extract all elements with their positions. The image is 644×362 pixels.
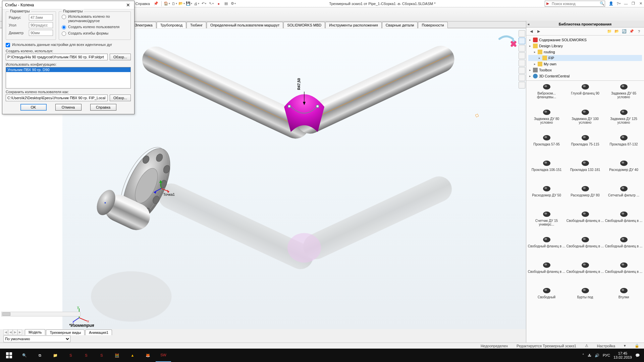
taskpane-file-explorer-icon[interactable] [519,45,525,52]
library-item[interactable]: Свободный фланец в ... [566,236,604,260]
new-icon[interactable]: 🗋 [171,1,177,7]
radio-user-elbow[interactable] [62,25,66,29]
taskpane-design-library-icon[interactable] [519,38,525,44]
lib-newfolder-icon[interactable]: 📂 [614,28,620,35]
library-item[interactable]: Прокладка 87-132 [605,134,643,159]
search-icon[interactable]: 🔍 [600,1,604,7]
config-dropdown[interactable]: По умолчанию [3,336,70,342]
help-button[interactable]: Справка [90,104,116,111]
rebuild-icon[interactable]: ● [216,1,222,7]
library-item[interactable]: Свободный фланец в ... [605,261,643,286]
tab-piping[interactable]: Трубопровод [157,22,186,28]
tab-mbd[interactable]: SOLIDWORKS MBD [283,22,325,28]
undo-icon[interactable]: ↶ [201,1,207,7]
tab-layout-tools[interactable]: Инструменты расположения [325,22,381,28]
print-icon[interactable]: 🖨 [194,1,200,7]
start-button[interactable] [1,349,17,362]
user-icon[interactable]: 👤 [608,1,614,7]
diameter-input[interactable] [29,30,53,36]
status-lock-icon[interactable]: 🔒 [633,344,641,348]
ok-button[interactable]: OK [20,104,47,111]
taskpane-extra-icon[interactable] [519,82,525,88]
config-listbox[interactable]: Угольник ПВХ 90 гр. D90 [6,67,131,88]
library-item[interactable]: Задвижка ДУ 80 условно [528,108,566,133]
library-item[interactable]: Свободный фланец в ... [566,210,604,235]
solidworks-taskbar-icon[interactable]: SW [156,349,171,362]
save-path-input[interactable] [6,95,108,101]
library-item[interactable]: Втулки [605,287,643,311]
tab-model[interactable]: Модель [25,329,45,335]
pin-icon[interactable]: 📌 [153,1,159,7]
taskpane-home-icon[interactable] [519,30,525,37]
tray-volume-icon[interactable]: 🔊 [595,353,599,358]
check-apply-all[interactable] [6,43,10,47]
app-icon-2[interactable]: S [78,349,94,362]
library-item[interactable]: Свободный [528,287,566,311]
tab-electrical[interactable]: Электрика [131,22,156,28]
lib-back-icon[interactable]: ◀ [528,28,534,35]
lib-pin-icon[interactable]: 📌 [629,28,635,35]
tab-user-route[interactable]: Определенный пользователем маршрут [207,22,283,28]
feature-tree-hscroll[interactable] [1,312,80,316]
radius-input[interactable] [29,14,53,20]
search-taskbar-icon[interactable]: 🔍 [17,349,32,362]
library-item[interactable]: Расходомер ДУ 80 [566,185,604,209]
lib-fwd-icon[interactable]: ▶ [536,28,542,35]
source-path-input[interactable] [6,54,108,60]
options-icon[interactable]: ▤ [223,1,229,7]
tray-chevron-icon[interactable]: ˄ [582,353,584,358]
tray-lang[interactable]: РУС [603,353,610,357]
tab-animation[interactable]: Анимация1 [85,329,112,335]
library-item[interactable]: Задвижка ДУ 125 условно [605,108,643,133]
status-dropdown-icon[interactable]: ▾ [622,344,628,348]
app-icon-4[interactable]: ▲ [125,349,140,362]
library-item[interactable]: Глухой фланец 90 [566,83,604,108]
library-item[interactable]: Свободный фланец в ... [566,261,604,286]
task-view-icon[interactable]: ⧉ [32,349,48,362]
lib-add-icon[interactable]: 📁 [606,28,612,35]
radio-default-elbow[interactable] [62,15,66,19]
status-custom[interactable]: Настройка [595,344,617,348]
lib-help-icon[interactable]: ? [636,28,642,35]
library-item[interactable]: Прокладка 132-181 [566,159,604,184]
tab-tubing[interactable]: Тюбинг [186,22,206,28]
config-item[interactable]: Угольник ПВХ 90 гр. D90 [6,67,130,72]
tab-weldments[interactable]: Сварные детали [382,22,418,28]
library-item[interactable]: Задвижка ДУ 100 условно [566,108,604,133]
library-item[interactable]: Прокладка 57-95 [528,134,566,159]
tray-network-icon[interactable]: 🖧 [588,353,591,357]
restore-icon[interactable]: ❐ [630,1,636,7]
library-item[interactable]: Прокладка 106-151 [528,159,566,184]
app-icon-3[interactable]: S [94,349,109,362]
library-item[interactable]: Свободный фланец в ... [528,261,566,286]
tab-3dviews[interactable]: Трехмерные виды [46,329,85,335]
library-item[interactable]: Свободный фланец в ... [605,236,643,260]
help-icon[interactable]: ? [615,1,622,7]
library-item[interactable]: Задвижка ДУ 65 условно [605,83,643,108]
library-item[interactable]: Прокладка 75-115 [566,134,604,159]
taskpane-custom-props-icon[interactable] [519,67,525,74]
tray-clock[interactable]: 17:4513.02.2019 [613,351,632,359]
lib-refresh-icon[interactable]: 🔄 [621,28,627,35]
library-items-grid[interactable]: Виброком... фланцевы...Глухой фланец 90З… [526,81,644,343]
firefox-icon[interactable]: 🦊 [140,349,156,362]
menu-help[interactable]: Справка [133,1,152,6]
save-icon[interactable]: 💾 [186,1,192,7]
minimize-icon[interactable]: — [623,1,629,7]
library-item[interactable]: Бурты под [566,287,604,311]
browse-source-button[interactable]: Обзор... [110,54,131,60]
browse-save-button[interactable]: Обзор... [110,95,131,101]
taskpane-forum-icon[interactable] [519,74,525,81]
library-item[interactable]: Счетчик ДУ 15 универс... [528,210,566,235]
library-item[interactable]: Свободный фланец в ... [605,210,643,235]
status-warning-icon[interactable]: ⚠ [583,344,590,348]
angle-input[interactable] [29,22,53,28]
radio-form-bends[interactable] [62,32,66,36]
taskpane-view-palette-icon[interactable] [519,52,525,59]
app-icon-1[interactable]: S [63,349,78,362]
taskpane-appearances-icon[interactable] [519,60,525,66]
collapse-panel-icon[interactable]: « [528,22,530,26]
tab-surfaces[interactable]: Поверхности [418,22,447,28]
command-search[interactable]: ▶ 🔍 [545,1,605,7]
tab-nav[interactable]: ◀◀▶▶ [3,329,22,335]
